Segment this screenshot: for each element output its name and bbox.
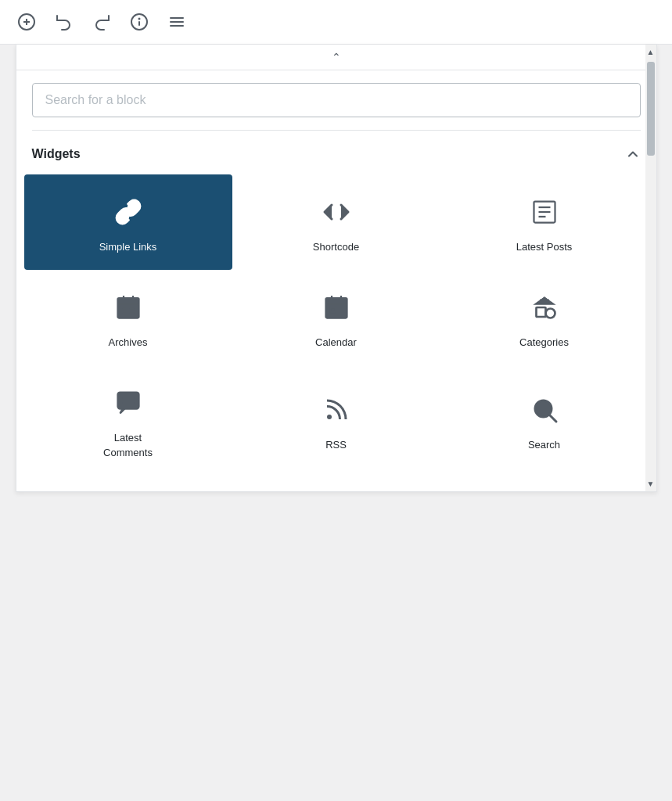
categories-icon — [526, 289, 563, 326]
block-archives[interactable]: Archives — [24, 270, 232, 365]
block-search[interactable]: Search — [440, 365, 649, 475]
archives-icon — [110, 289, 147, 326]
scroll-thumb[interactable] — [647, 62, 655, 156]
collapse-panel[interactable]: ⌃ — [16, 45, 656, 70]
block-label-rss: RSS — [325, 438, 347, 452]
block-label-calendar: Calendar — [315, 336, 357, 350]
block-label-archives: Archives — [109, 336, 148, 350]
shortcode-icon — [318, 193, 355, 231]
svg-point-33 — [327, 415, 332, 419]
undo-button[interactable] — [50, 8, 78, 36]
svg-rect-21 — [325, 298, 347, 318]
scrollbar[interactable]: ▲ ▼ — [645, 45, 656, 491]
search-wrapper — [32, 83, 641, 117]
menu-button[interactable] — [163, 8, 191, 36]
block-calendar[interactable]: Calendar — [232, 270, 440, 365]
block-label-categories: Categories — [519, 336, 569, 350]
block-label-latest-posts: Latest Posts — [516, 240, 573, 254]
block-latest-posts[interactable]: Latest Posts — [440, 174, 649, 270]
main-content: ⌃ Widgets — [0, 45, 672, 492]
block-latest-comments[interactable]: LatestComments — [24, 365, 232, 475]
add-button[interactable] — [13, 8, 41, 36]
blocks-grid: Simple Links Shortcode — [16, 174, 656, 491]
scroll-down-arrow[interactable]: ▼ — [645, 477, 656, 491]
latest-comments-icon — [110, 384, 147, 422]
widgets-section-header: Widgets — [16, 131, 656, 174]
search-area — [16, 70, 656, 130]
chevron-up-icon — [625, 146, 641, 162]
rss-icon — [318, 391, 355, 429]
svg-rect-29 — [536, 307, 545, 317]
block-shortcode[interactable]: Shortcode — [232, 174, 440, 270]
block-simple-links[interactable]: Simple Links — [24, 174, 232, 270]
block-label-simple-links: Simple Links — [99, 240, 157, 254]
collapse-widgets-button[interactable] — [625, 146, 641, 162]
search-input[interactable] — [45, 93, 627, 107]
block-categories[interactable]: Categories — [440, 270, 649, 365]
calendar-icon — [318, 289, 355, 326]
block-label-latest-comments: LatestComments — [103, 431, 153, 459]
svg-rect-30 — [117, 393, 138, 409]
search-icon — [526, 391, 563, 429]
toolbar — [0, 0, 672, 45]
link-icon — [110, 193, 147, 231]
widgets-title: Widgets — [32, 147, 81, 161]
block-label-shortcode: Shortcode — [313, 240, 359, 254]
svg-rect-13 — [117, 298, 138, 318]
info-button[interactable] — [125, 8, 153, 36]
scroll-up-arrow[interactable]: ▲ — [645, 45, 656, 59]
redo-button[interactable] — [88, 8, 116, 36]
block-label-search: Search — [528, 438, 560, 452]
block-rss[interactable]: RSS — [232, 365, 440, 475]
chevron-up-icon: ⌃ — [332, 51, 341, 63]
block-panel: ⌃ Widgets — [16, 45, 657, 492]
panel-container: ⌃ Widgets — [16, 45, 657, 492]
svg-line-35 — [549, 415, 555, 422]
latest-posts-icon — [526, 193, 563, 231]
svg-rect-25 — [330, 307, 335, 312]
svg-point-28 — [545, 309, 555, 318]
